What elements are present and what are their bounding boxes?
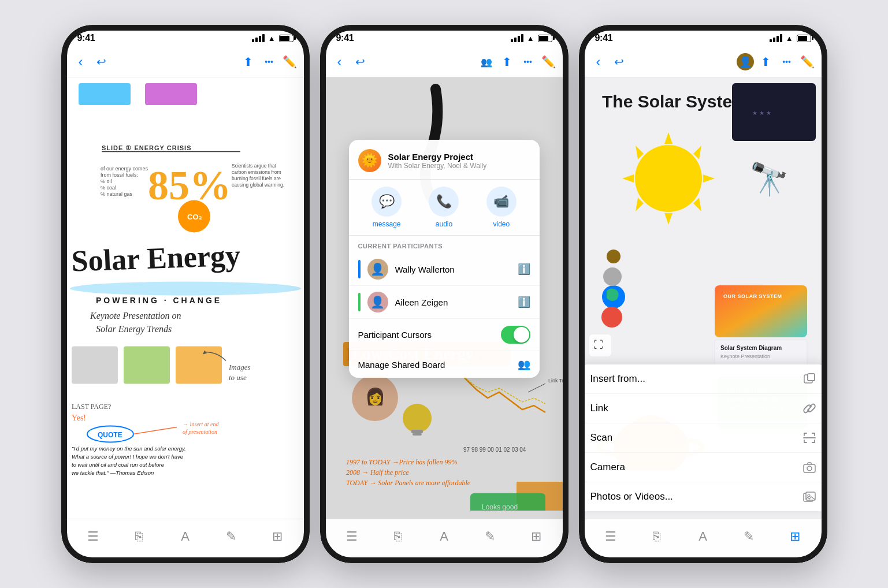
aileen-cursor-indicator <box>358 293 361 311</box>
svg-text:of presentation: of presentation <box>183 429 217 435</box>
bottom-toolbar-3: ☰ ⎘ A ✎ ⊞ <box>579 519 827 563</box>
participant-cursors-row: Participant Cursors <box>349 319 540 351</box>
tab-shapes-1[interactable]: ⎘ <box>129 526 150 547</box>
popup-actions: 💬 message 📞 audio 📹 video <box>349 179 540 236</box>
svg-marker-63 <box>693 146 701 159</box>
svg-marker-60 <box>636 146 644 159</box>
insert-camera-label: Camera <box>590 462 625 473</box>
svg-text:Images: Images <box>228 363 251 371</box>
wally-info-icon[interactable]: ℹ️ <box>518 263 530 276</box>
manage-shared-board-icon: 👥 <box>518 358 530 371</box>
svg-marker-61 <box>693 198 701 211</box>
svg-line-85 <box>808 407 811 410</box>
bottom-toolbar-1: ☰ ⎘ A ✎ ⊞ <box>61 519 310 563</box>
svg-point-88 <box>807 466 812 471</box>
popup-group-members: With Solar Energy, Noel & Wally <box>388 162 487 170</box>
tab-shapes-3[interactable]: ⎘ <box>647 526 667 547</box>
tab-notes-2[interactable]: ☰ <box>341 526 362 547</box>
svg-text:POWERING · CHANGE: POWERING · CHANGE <box>96 296 222 305</box>
insert-link-row[interactable]: Link <box>579 394 827 423</box>
back-button-3[interactable]: ‹ <box>588 51 609 72</box>
undo-button-2[interactable]: ↩ <box>350 51 371 72</box>
tab-shapes-2[interactable]: ⎘ <box>388 526 408 547</box>
svg-text:"I'd put my money on the sun a: "I'd put my money on the sun and solar e… <box>72 445 186 452</box>
audio-action-label: audio <box>436 220 452 228</box>
tab-draw-3[interactable]: ✎ <box>738 526 759 547</box>
aileen-info-icon[interactable]: ℹ️ <box>518 296 530 308</box>
svg-text:Yes!: Yes! <box>72 414 86 422</box>
undo-button-3[interactable]: ↩ <box>609 51 630 72</box>
participant-cursors-label: Participant Cursors <box>358 330 432 340</box>
svg-text:% oil: % oil <box>101 178 112 184</box>
manage-shared-board-label: Manage Shared Board <box>358 360 445 370</box>
insert-camera-row[interactable]: Camera <box>579 453 827 482</box>
tab-text-1[interactable]: A <box>174 526 195 547</box>
status-bar-3: 9:41 ▲ <box>579 25 827 47</box>
phone1-board: SLIDE ① ENERGY CRISIS 85% CO₂ of our ene… <box>61 77 310 563</box>
back-button-2[interactable]: ‹ <box>329 51 350 72</box>
svg-rect-87 <box>804 464 815 472</box>
more-button-2[interactable]: ••• <box>518 51 538 72</box>
svg-text:% natural gas: % natural gas <box>101 191 133 197</box>
svg-rect-83 <box>808 374 815 381</box>
avatar-button-3[interactable]: 👤 <box>735 51 756 72</box>
tab-notes-3[interactable]: ☰ <box>600 526 621 547</box>
insert-scan-row[interactable]: Scan <box>579 423 827 453</box>
tab-draw-1[interactable]: ✎ <box>221 526 241 547</box>
aileen-avatar: 👤 <box>367 292 388 312</box>
insert-photos-row[interactable]: Photos or Videos... <box>579 482 827 511</box>
more-button-3[interactable]: ••• <box>776 51 797 72</box>
audio-action[interactable]: 📞 audio <box>429 187 459 228</box>
collaborate-button-2[interactable]: 👥 <box>476 51 497 72</box>
more-button-1[interactable]: ••• <box>259 51 280 72</box>
status-time-2: 9:41 <box>336 33 354 43</box>
signal-icon-3 <box>770 34 782 42</box>
participant-cursors-toggle[interactable] <box>501 326 530 344</box>
share-button-3[interactable]: ⬆ <box>756 51 776 72</box>
share-button-1[interactable]: ⬆ <box>238 51 259 72</box>
svg-rect-19 <box>72 347 118 384</box>
edit-button-1[interactable]: ✏️ <box>280 51 300 72</box>
tab-notes-1[interactable]: ☰ <box>83 526 103 547</box>
share-button-2[interactable]: ⬆ <box>497 51 518 72</box>
back-button-1[interactable]: ‹ <box>70 51 91 72</box>
wally-avatar: 👤 <box>367 259 388 280</box>
video-action[interactable]: 📹 video <box>486 187 517 228</box>
tab-text-2[interactable]: A <box>433 526 454 547</box>
audio-action-icon: 📞 <box>429 187 459 217</box>
battery-icon-2 <box>538 35 552 42</box>
svg-text:⛶: ⛶ <box>593 339 604 351</box>
scan-icon <box>803 431 816 444</box>
popup-group-name: Solar Energy Project <box>388 152 487 162</box>
video-action-label: video <box>493 220 510 228</box>
svg-text:→ insert at end: → insert at end <box>183 421 219 427</box>
tab-media-2[interactable]: ⊞ <box>526 526 547 547</box>
svg-text:from fossil fuels:: from fossil fuels: <box>101 172 138 178</box>
undo-button-1[interactable]: ↩ <box>91 51 112 72</box>
svg-text:QUOTE: QUOTE <box>98 431 122 439</box>
svg-text:★ ★ ★: ★ ★ ★ <box>752 110 771 116</box>
svg-text:we tackle that."   —Thomas Edi: we tackle that." —Thomas Edison <box>72 470 154 476</box>
svg-text:The Solar System: The Solar System <box>602 92 748 111</box>
insert-from-row[interactable]: Insert from... <box>579 364 827 394</box>
popup-group-avatar: 🌞 <box>358 149 381 172</box>
svg-rect-52 <box>732 83 816 141</box>
bottom-toolbar-2: ☰ ⎘ A ✎ ⊞ <box>320 519 569 563</box>
edit-button-3[interactable]: ✏️ <box>797 51 818 72</box>
tab-media-1[interactable]: ⊞ <box>267 526 288 547</box>
svg-marker-56 <box>664 132 672 144</box>
manage-shared-board-row[interactable]: Manage Shared Board 👥 <box>349 351 540 378</box>
wifi-icon-3: ▲ <box>786 34 793 43</box>
tab-text-3[interactable]: A <box>692 526 713 547</box>
insert-menu: Insert from... Link Sc <box>579 364 827 511</box>
svg-text:SLIDE ① ENERGY CRISIS: SLIDE ① ENERGY CRISIS <box>102 144 192 151</box>
tab-media-3[interactable]: ⊞ <box>785 526 805 547</box>
svg-point-55 <box>635 145 702 212</box>
participants-section-header: CURRENT PARTICIPANTS <box>349 236 540 253</box>
video-action-icon: 📹 <box>486 187 517 217</box>
edit-button-2[interactable]: ✏️ <box>538 51 559 72</box>
tab-draw-2[interactable]: ✎ <box>480 526 500 547</box>
message-action[interactable]: 💬 message <box>371 187 402 228</box>
board-svg-1: SLIDE ① ENERGY CRISIS 85% CO₂ of our ene… <box>61 77 310 563</box>
svg-text:Solar Energy Trends: Solar Energy Trends <box>96 324 172 334</box>
